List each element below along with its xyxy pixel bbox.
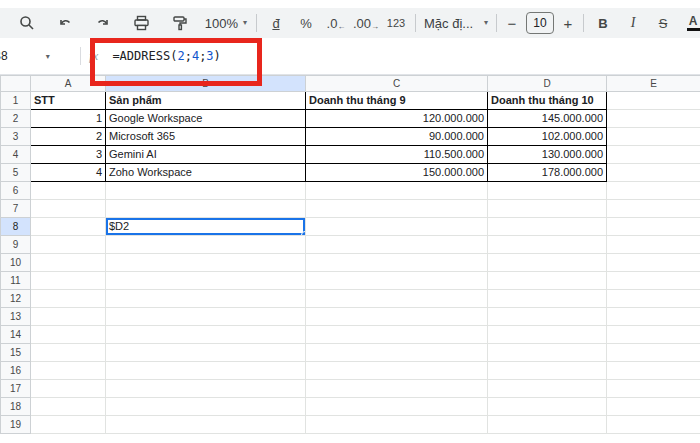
cell-E3[interactable] <box>607 128 700 146</box>
select-all-corner[interactable] <box>1 76 31 92</box>
row-header-18[interactable]: 18 <box>1 398 31 416</box>
cell-C19[interactable] <box>306 416 488 434</box>
font-selector[interactable]: Mặc đị... ▾ <box>420 10 492 36</box>
increase-font-size-button[interactable]: + <box>557 10 579 36</box>
cell-E15[interactable] <box>607 344 700 362</box>
cell-D16[interactable] <box>488 362 607 380</box>
cell-B11[interactable] <box>106 272 306 290</box>
row-header-10[interactable]: 10 <box>1 254 31 272</box>
font-size-input[interactable]: 10 <box>526 12 554 34</box>
cell-B10[interactable] <box>106 254 306 272</box>
cell-B4[interactable]: Gemini AI <box>106 146 306 164</box>
increase-decimal-button[interactable]: .00→ <box>351 10 381 36</box>
cell-C1[interactable]: Doanh thu tháng 9 <box>306 92 488 110</box>
cell-E18[interactable] <box>607 398 700 416</box>
row-header-8[interactable]: 8 <box>1 218 31 236</box>
cell-A10[interactable] <box>31 254 106 272</box>
cell-A7[interactable] <box>31 200 106 218</box>
row-header-9[interactable]: 9 <box>1 236 31 254</box>
cell-B9[interactable] <box>106 236 306 254</box>
cell-C2[interactable]: 120.000.000 <box>306 110 488 128</box>
paint-format-button[interactable] <box>164 10 194 36</box>
bold-button[interactable]: B <box>588 10 618 36</box>
cell-C16[interactable] <box>306 362 488 380</box>
cell-C11[interactable] <box>306 272 488 290</box>
row-header-12[interactable]: 12 <box>1 290 31 308</box>
print-button[interactable] <box>126 10 156 36</box>
formula-input[interactable]: =ADDRESS(2;4;3) <box>112 49 220 63</box>
cell-E10[interactable] <box>607 254 700 272</box>
row-header-14[interactable]: 14 <box>1 326 31 344</box>
row-header-6[interactable]: 6 <box>1 182 31 200</box>
column-header-a[interactable]: A <box>31 76 106 92</box>
cell-A4[interactable]: 3 <box>31 146 106 164</box>
cell-D19[interactable] <box>488 416 607 434</box>
cell-C18[interactable] <box>306 398 488 416</box>
decrease-decimal-button[interactable]: .0← <box>321 10 351 36</box>
cell-C17[interactable] <box>306 380 488 398</box>
fill-handle[interactable] <box>301 231 306 236</box>
cell-B14[interactable] <box>106 326 306 344</box>
cell-B16[interactable] <box>106 362 306 380</box>
cell-E4[interactable] <box>607 146 700 164</box>
row-header-19[interactable]: 19 <box>1 416 31 434</box>
cell-D3[interactable]: 102.000.000 <box>488 128 607 146</box>
cell-E9[interactable] <box>607 236 700 254</box>
currency-format-button[interactable]: đ <box>261 10 291 36</box>
cell-E5[interactable] <box>607 164 700 182</box>
cell-E13[interactable] <box>607 308 700 326</box>
cell-A13[interactable] <box>31 308 106 326</box>
cell-A17[interactable] <box>31 380 106 398</box>
cell-B7[interactable] <box>106 200 306 218</box>
zoom-selector[interactable]: 100% ▾ <box>200 10 252 36</box>
cell-A14[interactable] <box>31 326 106 344</box>
cell-E17[interactable] <box>607 380 700 398</box>
cell-D4[interactable]: 130.000.000 <box>488 146 607 164</box>
row-header-7[interactable]: 7 <box>1 200 31 218</box>
row-header-2[interactable]: 2 <box>1 110 31 128</box>
cell-A12[interactable] <box>31 290 106 308</box>
cell-A1[interactable]: STT <box>31 92 106 110</box>
cell-C7[interactable] <box>306 200 488 218</box>
cell-B17[interactable] <box>106 380 306 398</box>
cell-B2[interactable]: Google Workspace <box>106 110 306 128</box>
cell-E1[interactable] <box>607 92 700 110</box>
cell-D2[interactable]: 145.000.000 <box>488 110 607 128</box>
cell-C13[interactable] <box>306 308 488 326</box>
cell-D11[interactable] <box>488 272 607 290</box>
percent-format-button[interactable]: % <box>291 10 321 36</box>
search-button[interactable] <box>12 10 42 36</box>
row-header-17[interactable]: 17 <box>1 380 31 398</box>
cell-D12[interactable] <box>488 290 607 308</box>
cell-B5[interactable]: Zoho Workspace <box>106 164 306 182</box>
row-header-16[interactable]: 16 <box>1 362 31 380</box>
cell-C8[interactable] <box>306 218 488 236</box>
cell-A2[interactable]: 1 <box>31 110 106 128</box>
cell-E16[interactable] <box>607 362 700 380</box>
cell-E11[interactable] <box>607 272 700 290</box>
cell-B3[interactable]: Microsoft 365 <box>106 128 306 146</box>
cell-A11[interactable] <box>31 272 106 290</box>
cell-A19[interactable] <box>31 416 106 434</box>
cell-A3[interactable]: 2 <box>31 128 106 146</box>
italic-button[interactable]: I <box>618 10 648 36</box>
cell-B6[interactable] <box>106 182 306 200</box>
cell-D5[interactable]: 178.000.000 <box>488 164 607 182</box>
cell-B15[interactable] <box>106 344 306 362</box>
row-header-3[interactable]: 3 <box>1 128 31 146</box>
row-header-11[interactable]: 11 <box>1 272 31 290</box>
decrease-font-size-button[interactable]: − <box>501 10 523 36</box>
row-header-15[interactable]: 15 <box>1 344 31 362</box>
cell-E12[interactable] <box>607 290 700 308</box>
cell-B1[interactable]: Sản phẩm <box>106 92 306 110</box>
number-format-button[interactable]: 123 <box>381 10 411 36</box>
column-header-c[interactable]: C <box>306 76 488 92</box>
cell-D8[interactable] <box>488 218 607 236</box>
cell-E8[interactable] <box>607 218 700 236</box>
undo-button[interactable] <box>50 10 80 36</box>
cell-A18[interactable] <box>31 398 106 416</box>
redo-button[interactable] <box>88 10 118 36</box>
cell-B13[interactable] <box>106 308 306 326</box>
cell-E7[interactable] <box>607 200 700 218</box>
cell-B8[interactable]: $D2 <box>106 218 306 236</box>
